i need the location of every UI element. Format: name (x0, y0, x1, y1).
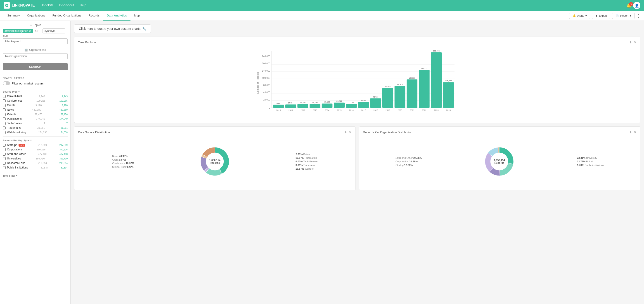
records-per-org-title-row: Records Per Organization Distribution ⬇ … (363, 130, 636, 134)
org-type-checkbox-1[interactable] (3, 148, 6, 151)
svg-text:200,000: 200,000 (262, 62, 270, 65)
remove-topic-icon[interactable]: ✕ (29, 29, 31, 32)
top-nav-links: InnoBits InnoScout Help (42, 2, 626, 8)
svg-text:2022: 2022 (422, 109, 426, 111)
alerts-icon: 🔔 (572, 14, 576, 17)
time-filter-group[interactable]: Time Filter ▾ (3, 174, 68, 177)
report-button[interactable]: 📄 Report ▾ (612, 13, 634, 19)
org-type-item-universities: Universities 399,710 399,710 (3, 156, 68, 161)
tab-data-analytics[interactable]: Data Analytics (103, 11, 130, 20)
org-type-item-public-institutions: Public institutions 30,534 30,534 (3, 165, 68, 170)
svg-text:172,312: 172,312 (421, 67, 427, 69)
svg-rect-24 (285, 104, 296, 108)
svg-rect-57 (419, 70, 430, 108)
tab-summary[interactable]: Summary (4, 11, 24, 20)
data-source-left-legend: News 40.98% Grant 0.87% Conference 18.97… (112, 155, 134, 168)
svg-text:42,760: 42,760 (373, 96, 378, 98)
svg-rect-54 (406, 79, 418, 108)
svg-text:2024: 2024 (446, 109, 451, 111)
source-type-item-patents: Patents 29,476 29,476 (3, 112, 68, 117)
filter-market-research-toggle[interactable] (3, 81, 10, 85)
alerts-button[interactable]: 🔔 Alerts ▾ (569, 13, 590, 19)
notifications-button[interactable]: 🔔 64 (626, 3, 631, 8)
tab-funded-organizations[interactable]: Funded Organizations (49, 11, 85, 20)
records-per-org-donut: SMB and Other 27.85% Corporation 21.59% … (363, 137, 636, 186)
nav-innobits[interactable]: InnoBits (42, 2, 54, 8)
source-type-checkbox-0[interactable] (3, 95, 6, 98)
user-avatar-button[interactable]: 👤 (633, 2, 640, 9)
records-per-org-right-legend: 23.31% University 12.78% R. Lab 1.78% Pu… (577, 157, 604, 166)
logo-icon: ✦ (4, 2, 10, 8)
svg-rect-33 (322, 103, 333, 108)
source-type-checkbox-1[interactable] (3, 99, 6, 102)
source-type-checkbox-6[interactable] (3, 122, 6, 125)
filter-keyword-input[interactable] (3, 38, 68, 44)
time-evolution-close-button[interactable]: ✕ (634, 40, 636, 44)
topics-section: 🏷 Topics artificial intelligence ✕ OR- A… (3, 23, 68, 46)
records-per-org-chevron-icon: ▾ (30, 139, 32, 142)
page-tabs: Summary Organizations Funded Organizatio… (4, 11, 569, 20)
custom-charts-label: Click here to create your own custom cha… (79, 27, 140, 30)
nav-help[interactable]: Help (80, 2, 86, 8)
notification-badge: 64 (629, 2, 633, 6)
data-source-distribution-card: Data Source Distribution ⬇ ✕ News 40.98%… (74, 126, 356, 190)
source-type-checkbox-3[interactable] (3, 108, 6, 111)
source-type-item-clinical-trial: Clinical-Trial 2,149 2,149 (3, 94, 68, 98)
org-input[interactable] (3, 53, 68, 59)
svg-text:2019: 2019 (386, 109, 390, 111)
svg-text:26,280: 26,280 (361, 100, 366, 102)
records-per-org-donut-svg-wrap: 1,050,154 Records (482, 145, 516, 178)
org-type-checkbox-0[interactable] (3, 144, 6, 147)
data-source-close-button[interactable]: ✕ (349, 130, 352, 134)
alerts-chevron-icon: ▾ (586, 14, 587, 17)
synonym-input[interactable] (42, 28, 65, 33)
source-type-item-grants: Grants 9,120 9,120 (3, 103, 68, 107)
export-button[interactable]: ⬇ Export (592, 13, 610, 19)
more-options-button[interactable]: ⋮ (636, 13, 640, 19)
tab-map[interactable]: Map (130, 11, 143, 20)
source-type-chevron-icon: ▾ (18, 90, 20, 93)
time-evolution-download-button[interactable]: ⬇ (629, 40, 632, 44)
svg-text:2017: 2017 (361, 109, 366, 111)
records-per-org-distribution-card: Records Per Organization Distribution ⬇ … (359, 126, 640, 190)
source-type-checkbox-8[interactable] (3, 131, 6, 134)
source-type-item-trademarks: Trademarks 31,661 31,661 (3, 126, 68, 130)
org-type-checkbox-3[interactable] (3, 157, 6, 160)
tab-organizations[interactable]: Organizations (24, 11, 49, 20)
records-per-org-download-button[interactable]: ⬇ (629, 130, 632, 134)
svg-text:✦: ✦ (6, 4, 8, 7)
org-type-checkbox-5[interactable] (3, 166, 6, 169)
time-evolution-actions: ⬇ ✕ (629, 40, 636, 44)
custom-charts-button[interactable]: Click here to create your own custom cha… (74, 24, 151, 33)
nav-innoscout[interactable]: InnoScout (59, 2, 74, 8)
svg-rect-21 (273, 105, 284, 108)
topic-tag-ai[interactable]: artificial intelligence ✕ (3, 29, 33, 33)
source-type-group[interactable]: Source Type ▾ (3, 90, 68, 93)
records-per-org-group[interactable]: Records Per Org. Type ▾ (3, 139, 68, 142)
data-source-donut: News 40.98% Grant 0.87% Conference 18.97… (78, 137, 352, 186)
organizations-section-title: 🏢 Organizations (3, 48, 68, 51)
svg-text:2020: 2020 (398, 109, 402, 111)
data-source-download-button[interactable]: ⬇ (344, 130, 347, 134)
time-evolution-card: Time Evolution ⬇ ✕ Number of Records (74, 36, 640, 123)
records-per-org-close-button[interactable]: ✕ (634, 130, 636, 134)
logo[interactable]: ✦ LINKNOVATE (4, 2, 35, 8)
svg-text:2013: 2013 (313, 109, 317, 111)
svg-rect-48 (382, 88, 393, 108)
filter-market-research-toggle-row: Filter out market research (3, 81, 68, 85)
org-type-checkbox-2[interactable] (3, 153, 6, 156)
org-type-checkbox-4[interactable] (3, 162, 6, 165)
source-type-checkbox-7[interactable] (3, 126, 6, 129)
tab-records[interactable]: Records (85, 11, 103, 20)
org-type-item-corporations: Corporations 370,226 370,226 (3, 147, 68, 152)
svg-rect-39 (346, 104, 357, 108)
svg-text:19,158: 19,158 (324, 101, 330, 103)
svg-rect-63 (443, 82, 454, 108)
sidebar: 🏷 Topics artificial intelligence ✕ OR- A… (0, 21, 70, 304)
records-per-org-actions: ⬇ ✕ (629, 130, 636, 134)
source-type-checkbox-2[interactable] (3, 104, 6, 107)
source-type-checkbox-4[interactable] (3, 113, 6, 116)
source-type-checkbox-5[interactable] (3, 117, 6, 120)
search-button[interactable]: SEARCH (3, 63, 68, 70)
time-filter-chevron-icon: ▾ (16, 174, 18, 177)
